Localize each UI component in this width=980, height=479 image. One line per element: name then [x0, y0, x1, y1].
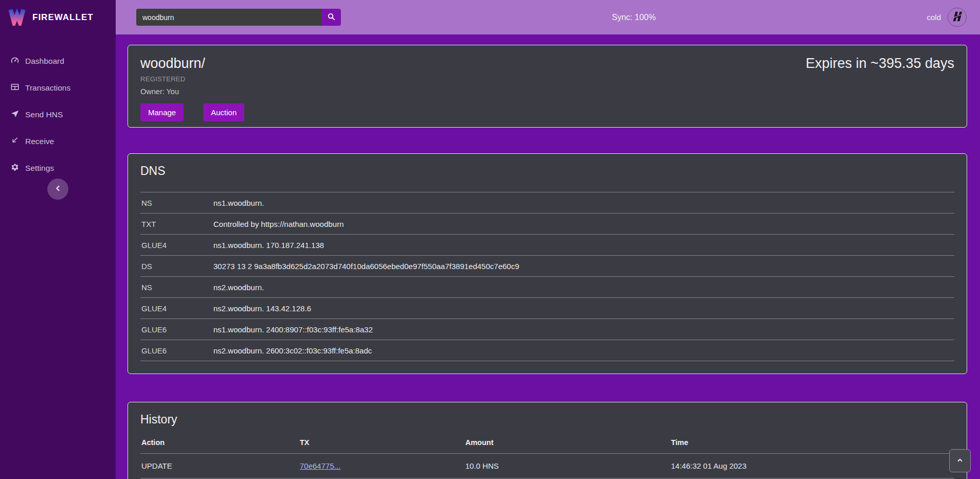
firewallet-w-logo-icon [7, 7, 27, 28]
history-title: History [140, 413, 954, 427]
send-icon [10, 109, 20, 120]
auction-button[interactable]: Auction [203, 103, 244, 121]
dns-record-row: GLUE4 ns1.woodburn. 170.187.241.138 [140, 235, 954, 256]
dns-record-row: TXT Controlled by https://nathan.woodbur… [140, 214, 954, 235]
chevron-left-icon [53, 184, 63, 194]
gauge-icon [10, 56, 20, 67]
dns-record-value: ns2.woodburn. 2600:3c02::f03c:93ff:fe5a:… [212, 340, 954, 361]
sidebar-item-send-hns[interactable]: Send HNS [0, 101, 116, 128]
sidebar-item-label: Send HNS [25, 110, 63, 119]
history-header-row: Action TX Amount Time [140, 433, 954, 454]
sidebar-item-transactions[interactable]: Transactions [0, 75, 116, 101]
dns-record-type: GLUE4 [140, 298, 212, 319]
dns-record-row: GLUE6 ns1.woodburn. 2400:8907::f03c:93ff… [140, 319, 954, 340]
dns-record-value: Controlled by https://nathan.woodburn [212, 214, 954, 235]
receive-arrow-icon [10, 136, 20, 147]
dns-record-value: ns1.woodburn. [212, 192, 954, 214]
dns-record-value: ns1.woodburn. 2400:8907::f03c:93ff:fe5a:… [212, 319, 954, 340]
dns-record-type: NS [140, 192, 212, 214]
domain-card-left: woodburn/ REGISTERED Owner: You Manage A… [140, 56, 244, 117]
search-bar [136, 9, 341, 26]
chevron-up-icon [956, 456, 964, 466]
domain-actions: Manage Auction [140, 103, 244, 121]
dns-record-row: GLUE6 ns2.woodburn. 2600:3c02::f03c:93ff… [140, 340, 954, 361]
domain-owner: Owner: You [140, 87, 244, 96]
sidebar-item-dashboard[interactable]: Dashboard [0, 48, 116, 75]
dns-card: DNS NS ns1.woodburn. TXT Controlled by h… [128, 153, 967, 374]
history-table: Action TX Amount Time UPDATE 70e64775...… [140, 433, 954, 479]
brand-name: FIREWALLET [32, 12, 94, 23]
domain-name: woodburn/ [140, 56, 244, 72]
sidebar-nav: Dashboard Transactions Send HNS [0, 48, 116, 182]
sidebar: FIREWALLET Dashboard Transactions [0, 0, 116, 479]
brand[interactable]: FIREWALLET [0, 0, 116, 34]
manage-button[interactable]: Manage [140, 103, 184, 121]
dns-title: DNS [140, 164, 954, 178]
history-col-amount: Amount [464, 433, 670, 454]
sidebar-item-label: Receive [25, 137, 54, 146]
dns-record-type: GLUE4 [140, 235, 212, 256]
topbar-right: cold [927, 8, 967, 27]
wallet-avatar[interactable] [948, 8, 967, 27]
scroll-to-top-button[interactable] [949, 449, 971, 472]
table-icon [10, 82, 20, 94]
dns-record-row: NS ns2.woodburn. [140, 277, 954, 298]
sidebar-item-receive[interactable]: Receive [0, 128, 116, 155]
sidebar-item-label: Dashboard [25, 57, 64, 66]
history-col-time: Time [670, 433, 954, 454]
dns-record-type: TXT [140, 214, 212, 235]
history-time: 14:46:32 01 Aug 2023 [670, 454, 954, 478]
dns-record-value: ns2.woodburn. 143.42.128.6 [212, 298, 954, 319]
dns-record-row: DS 30273 13 2 9a3a8fb3d625d2a2073d740f10… [140, 256, 954, 277]
history-amount: 10.0 HNS [464, 454, 670, 478]
handshake-logo-icon [951, 10, 964, 25]
wallet-name-label: cold [927, 13, 941, 22]
history-col-action: Action [140, 433, 299, 454]
gear-icon [10, 163, 20, 174]
topbar: Sync: 100% cold [116, 0, 980, 34]
dns-record-value: ns2.woodburn. [212, 277, 954, 298]
history-col-tx: TX [299, 433, 464, 454]
dns-record-type: GLUE6 [140, 340, 212, 361]
domain-status: REGISTERED [140, 75, 244, 83]
sidebar-item-label: Settings [25, 164, 54, 173]
dns-record-value: 30273 13 2 9a3a8fb3d625d2a2073d740f10da6… [212, 256, 954, 277]
domain-card: woodburn/ REGISTERED Owner: You Manage A… [128, 45, 967, 128]
dns-record-row: GLUE4 ns2.woodburn. 143.42.128.6 [140, 298, 954, 319]
search-button[interactable] [321, 9, 341, 26]
history-action: UPDATE [140, 454, 299, 478]
history-row: UPDATE 70e64775... 10.0 HNS 14:46:32 01 … [140, 454, 954, 478]
dns-record-value: ns1.woodburn. 170.187.241.138 [212, 235, 954, 256]
search-input[interactable] [136, 9, 321, 26]
sidebar-item-settings[interactable]: Settings [0, 155, 116, 182]
dns-record-type: NS [140, 277, 212, 298]
dns-record-type: GLUE6 [140, 319, 212, 340]
domain-expiry: Expires in ~395.35 days [806, 56, 954, 117]
dns-record-row: NS ns1.woodburn. [140, 192, 954, 214]
sidebar-collapse-button[interactable] [47, 179, 68, 200]
tx-link[interactable]: 70e64775... [300, 462, 340, 470]
dns-table: NS ns1.woodburn. TXT Controlled by https… [140, 192, 954, 361]
history-card: History Action TX Amount Time UPDATE 70e… [128, 402, 967, 479]
sync-status: Sync: 100% [341, 13, 927, 22]
search-icon [327, 12, 336, 23]
sidebar-item-label: Transactions [25, 83, 70, 93]
dns-record-type: DS [140, 256, 212, 277]
